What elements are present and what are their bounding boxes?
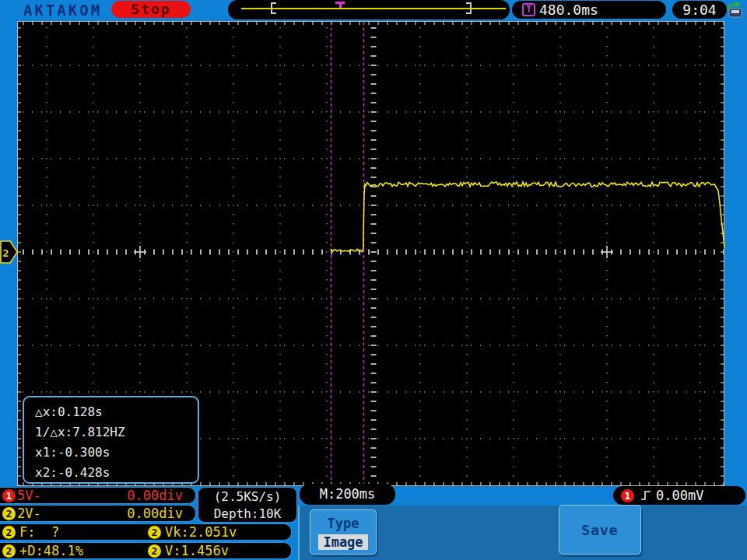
trigger-level-value: 0.00mV bbox=[656, 488, 703, 503]
measure-vk: Vk:2.051v bbox=[165, 524, 237, 540]
measurement-row-1: 2 F: ? 2 Vk:2.051v bbox=[0, 523, 292, 541]
measurement-row-2: 2 +D:48.1% 2 V:1.456v bbox=[0, 542, 292, 559]
measure-duty: +D:48.1% bbox=[19, 543, 83, 558]
cursor-inverse-delta-x: 1/△x:7.812HZ bbox=[35, 422, 198, 443]
channel-2-badge: 2 bbox=[2, 507, 16, 520]
cursor-x2: x2:-0.428s bbox=[35, 463, 198, 483]
measure-ch-badge: 2 bbox=[2, 544, 16, 558]
channel-1-badge: 1 bbox=[2, 489, 16, 502]
acquisition-info-box: (2.5KS/s) Depth:10K bbox=[198, 487, 297, 523]
cursor-delta-x: △x:0.128s bbox=[35, 402, 198, 422]
status-bar: 1 5V- 0.00div 2 2V- 0.00div (2.5KS/s) De… bbox=[0, 486, 747, 560]
oscilloscope-display: AKTAKOM Stop T 480.0ms 9:04 2 △x:0.128s … bbox=[0, 0, 747, 560]
measure-v: 2 bbox=[148, 544, 161, 558]
channel-1-scale: 5V- bbox=[17, 488, 41, 503]
sample-rate: (2.5KS/s) bbox=[198, 488, 296, 506]
cursor-x1: x1:-0.300s bbox=[35, 443, 198, 463]
channel-1-position: 0.00div bbox=[127, 488, 183, 503]
channel-1-status-row: 1 5V- 0.00div bbox=[0, 487, 196, 504]
type-menu-label: Type bbox=[310, 516, 376, 531]
rising-edge-icon bbox=[640, 489, 652, 502]
save-button-label: Save bbox=[581, 522, 618, 538]
type-menu-selected-value[interactable]: Image bbox=[318, 534, 367, 550]
timebase-readout: M:200ms bbox=[300, 484, 395, 505]
measure-ch-badge: 2 bbox=[2, 526, 16, 539]
memory-depth: Depth:10K bbox=[198, 506, 296, 523]
trigger-channel-badge: 1 bbox=[621, 489, 634, 502]
measure-v-value: V:1.456v bbox=[165, 543, 229, 558]
cursor-measurement-box: △x:0.128s 1/△x:7.812HZ x1:-0.300s x2:-0.… bbox=[23, 396, 199, 484]
measure-ch-badge: 2 bbox=[148, 526, 161, 539]
save-button[interactable]: Save bbox=[559, 505, 641, 555]
channel-2-status-row: 2 2V- 0.00div bbox=[0, 505, 196, 522]
measure-frequency: F: ? bbox=[19, 524, 59, 540]
channel-2-scale: 2V- bbox=[17, 506, 41, 521]
channel-2-marker-label: 2 bbox=[3, 247, 9, 259]
trigger-status-readout: 1 0.00mV bbox=[613, 486, 745, 505]
channel-2-position: 0.00div bbox=[127, 506, 183, 521]
type-menu-button[interactable]: Type Image bbox=[310, 509, 377, 555]
